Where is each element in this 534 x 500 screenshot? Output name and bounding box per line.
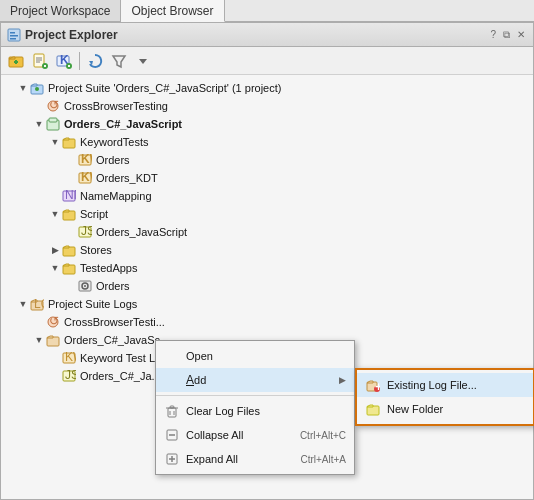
orders-js-label: Orders_JavaScript bbox=[96, 226, 187, 238]
filter-icon bbox=[111, 53, 127, 69]
new-keyword-icon: K bbox=[56, 53, 72, 69]
svg-rect-3 bbox=[10, 38, 16, 40]
kw-log-label: Keyword Test L... bbox=[80, 352, 164, 364]
expand-all-icon bbox=[165, 452, 179, 466]
svg-text:KW: KW bbox=[81, 171, 92, 184]
tree-item-kw[interactable]: ▼ KeywordTests bbox=[1, 133, 533, 151]
js-icon: JS bbox=[78, 225, 92, 239]
new-folder-sub-icon-svg bbox=[366, 402, 380, 416]
orders-js-icon: JS bbox=[77, 224, 93, 240]
submenu-existing-log[interactable]: + Existing Log File... bbox=[357, 373, 533, 397]
svg-rect-52 bbox=[168, 408, 176, 417]
submenu-new-folder[interactable]: New Folder bbox=[357, 397, 533, 421]
tree-item-cross-log[interactable]: ↺ CrossBrowserTesti... bbox=[1, 313, 533, 331]
toggle-logs-suite[interactable]: ▼ bbox=[17, 298, 29, 310]
tree-item-orders-proj[interactable]: ▼ Orders_C#_JavaScript bbox=[1, 115, 533, 133]
refresh-button[interactable] bbox=[84, 50, 106, 72]
orders-kw-icon: KW bbox=[77, 152, 93, 168]
help-button[interactable]: ? bbox=[488, 28, 498, 41]
open-icon bbox=[164, 348, 180, 364]
close-button[interactable]: ✕ bbox=[515, 28, 527, 41]
panel-actions: ? ⧉ ✕ bbox=[488, 28, 527, 42]
expand-icon bbox=[164, 451, 180, 467]
svg-rect-27 bbox=[49, 118, 57, 122]
script-folder bbox=[62, 207, 76, 221]
context-menu: Open Add ▶ Clear Log Files Collapse Al bbox=[155, 340, 355, 475]
context-menu-open[interactable]: Open bbox=[156, 344, 354, 368]
clear-log-label: Clear Log Files bbox=[186, 405, 346, 417]
keyword-test-icon: KW bbox=[78, 153, 92, 167]
svg-point-42 bbox=[84, 285, 86, 287]
toggle-orders-log[interactable]: ▼ bbox=[33, 334, 45, 346]
add-arrow: ▶ bbox=[339, 375, 346, 385]
kdt-icon: KW bbox=[78, 171, 92, 185]
new-keyword-button[interactable]: K bbox=[53, 50, 75, 72]
orders-log-label: Orders_C#_JavaSc... bbox=[64, 334, 169, 346]
expand-all-shortcut: Ctrl+Alt+A bbox=[300, 454, 346, 465]
new-test-button[interactable] bbox=[29, 50, 51, 72]
new-folder-button[interactable] bbox=[5, 50, 27, 72]
tab-project-workspace[interactable]: Project Workspace bbox=[0, 0, 121, 21]
tree-item-orders-js[interactable]: JS Orders_JavaScript bbox=[1, 223, 533, 241]
toggle-empty6 bbox=[49, 352, 61, 364]
tree-item-suite1[interactable]: ▼ Project Suite 'Orders_C#_JavaScript' (… bbox=[1, 79, 533, 97]
submenu: + Existing Log File... New Folder bbox=[355, 368, 534, 426]
orders-kdt-icon: KW bbox=[77, 170, 93, 186]
expand-all-label: Expand All bbox=[186, 453, 294, 465]
svg-marker-21 bbox=[139, 59, 147, 64]
svg-text:NM: NM bbox=[65, 189, 76, 202]
filter-button[interactable] bbox=[108, 50, 130, 72]
orders-app-icon bbox=[77, 278, 93, 294]
add-label: Add bbox=[186, 373, 333, 387]
tree-item-orders-app[interactable]: Orders bbox=[1, 277, 533, 295]
svg-text:↺: ↺ bbox=[49, 315, 59, 328]
stores-folder-icon bbox=[61, 242, 77, 258]
clear-icon bbox=[164, 403, 180, 419]
script-folder-icon bbox=[61, 206, 77, 222]
tab-object-browser[interactable]: Object Browser bbox=[121, 0, 224, 22]
tree-item-testedapps[interactable]: ▼ TestedApps bbox=[1, 259, 533, 277]
tree-item-namemap[interactable]: NM NameMapping bbox=[1, 187, 533, 205]
context-menu-collapse-all[interactable]: Collapse All Ctrl+Alt+C bbox=[156, 423, 354, 447]
tree-item-stores[interactable]: ▶ Stores bbox=[1, 241, 533, 259]
toggle-stores[interactable]: ▶ bbox=[49, 244, 61, 256]
stores-label: Stores bbox=[80, 244, 112, 256]
kw-log-icon: KW bbox=[61, 350, 77, 366]
tree-item-orders-kw[interactable]: KW Orders bbox=[1, 151, 533, 169]
pin-button[interactable]: ⧉ bbox=[501, 28, 512, 42]
toggle-script[interactable]: ▼ bbox=[49, 208, 61, 220]
toggle-suite1[interactable]: ▼ bbox=[17, 82, 29, 94]
context-menu-sep1 bbox=[156, 395, 354, 396]
toggle-testedapps[interactable]: ▼ bbox=[49, 262, 61, 274]
svg-text:JS: JS bbox=[81, 225, 92, 238]
context-menu-add[interactable]: Add ▶ bbox=[156, 368, 354, 392]
cross-icon: ↺ bbox=[45, 98, 61, 114]
existing-log-label: Existing Log File... bbox=[387, 379, 525, 391]
orders-app-label: Orders bbox=[96, 280, 130, 292]
svg-text:↺: ↺ bbox=[49, 99, 59, 112]
explorer-icon bbox=[7, 28, 21, 42]
panel-header: Project Explorer ? ⧉ ✕ bbox=[1, 23, 533, 47]
kw-label: KeywordTests bbox=[80, 136, 148, 148]
dropdown-arrow-icon bbox=[137, 55, 149, 67]
toggle-kw[interactable]: ▼ bbox=[49, 136, 61, 148]
svg-text:JS: JS bbox=[65, 369, 76, 382]
toggle-orders-proj[interactable]: ▼ bbox=[33, 118, 45, 130]
tree-item-orders-kdt[interactable]: KW Orders_KDT bbox=[1, 169, 533, 187]
panel-title-text: Project Explorer bbox=[25, 28, 118, 42]
tab-object-browser-label: Object Browser bbox=[131, 4, 213, 18]
toggle-cross[interactable] bbox=[33, 100, 45, 112]
context-menu-expand-all[interactable]: Expand All Ctrl+Alt+A bbox=[156, 447, 354, 471]
suite-icon bbox=[29, 80, 45, 96]
toggle-empty7 bbox=[49, 370, 61, 382]
toolbar-dropdown-button[interactable] bbox=[132, 50, 154, 72]
tree-item-logs-suite[interactable]: ▼ LOG Project Suite Logs bbox=[1, 295, 533, 313]
context-menu-clear-log[interactable]: Clear Log Files bbox=[156, 399, 354, 423]
svg-rect-54 bbox=[170, 406, 174, 408]
toggle-empty bbox=[65, 154, 77, 166]
tree-item-cross[interactable]: ↺ CrossBrowserTesting bbox=[1, 97, 533, 115]
suite1-label: Project Suite 'Orders_C#_JavaScript' (1 … bbox=[48, 82, 281, 94]
tree-item-script[interactable]: ▼ Script bbox=[1, 205, 533, 223]
new-test-icon bbox=[32, 53, 48, 69]
new-folder-sub-label: New Folder bbox=[387, 403, 525, 415]
